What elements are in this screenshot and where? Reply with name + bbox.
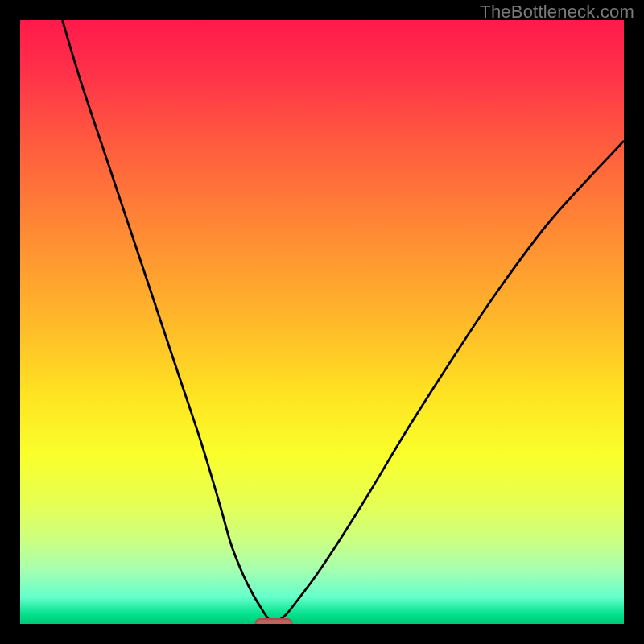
plot-background	[20, 20, 624, 624]
watermark-text: TheBottleneck.com	[480, 2, 634, 23]
chart-frame: TheBottleneck.com	[0, 0, 644, 644]
optimum-marker	[256, 619, 292, 624]
bottleneck-chart	[20, 20, 624, 624]
